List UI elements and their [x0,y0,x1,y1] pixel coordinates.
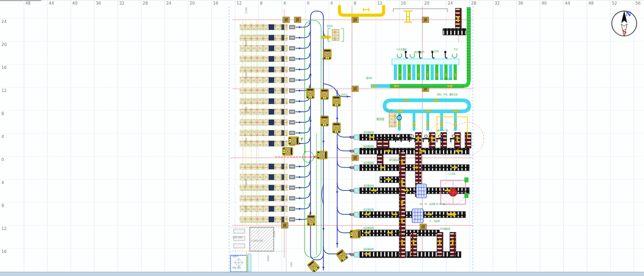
agv-vehicle[interactable] [333,123,340,133]
ruler-tick-label: 48 [25,1,30,6]
column-marker [294,17,301,23]
conveyor-line [360,148,469,154]
ruler-tick-label: 44 [49,1,54,6]
rack-row [240,195,295,201]
rack-row [240,174,295,180]
wrapping-machine [416,184,426,198]
rack-row [240,216,295,223]
ruler-tick-label: 48 [588,1,593,6]
agv-vehicle[interactable] [321,89,328,99]
ruler-tick-label: 4 [1,134,4,139]
agv-vehicle[interactable] [351,230,361,238]
rack-row [240,163,295,170]
ruler-tick-label: 28 [471,1,476,6]
ruler-tick-label: 16 [1,65,6,70]
ruler-tick-label: 12 [236,1,242,6]
ruler-tick-label: 56 [635,1,640,6]
ruler-tick-label: 36 [518,1,523,6]
ruler-tick-label: 36 [96,1,101,6]
workstation [422,135,430,142]
column-marker [282,223,288,228]
agv-vehicle[interactable] [321,116,328,126]
rack-row [240,45,295,52]
ruler-tick-label: 32 [119,1,124,6]
ruler-tick-label: 40 [72,1,77,6]
ruler-tick-label: 24 [448,1,453,6]
column-marker [352,155,358,161]
ruler-tick-label: 20 [1,42,6,47]
ruler-tick-label: 8 [1,203,4,208]
ruler-tick-label: 24 [166,1,171,6]
ruler-tick-label: 20 [424,1,429,6]
ruler-tick-label: 32 [494,1,500,6]
compass-south-label: S [622,29,627,35]
rack-row [240,66,295,73]
ruler-tick-label: 16 [401,1,406,6]
rack-row [240,34,295,41]
cad-canvas[interactable]: 4844403632282420161284048121620242832364… [0,0,644,276]
ruler-tick-label: 4 [1,180,4,185]
conveyor-lift [377,139,383,149]
ruler-tick-label: 16 [1,249,6,254]
agv-vehicle[interactable] [323,49,331,59]
ruler-tick-label: 12 [1,88,6,93]
ruler-tick-label: 44 [565,1,570,6]
column-marker [422,17,429,23]
column-marker [352,86,358,92]
ruler-tick-label: 8 [260,1,263,6]
layout-drawing [0,0,644,276]
ruler-tick-label: 20 [190,1,195,6]
ruler-tick-label: 52 [612,1,617,6]
column-marker [352,17,358,23]
rack-row [240,184,295,191]
agv-vehicle[interactable] [289,137,299,145]
conveyor-lift [377,154,383,165]
agv-vehicle[interactable] [306,88,314,98]
rack-row [240,130,295,136]
rack-row [240,109,295,115]
rack-row [240,98,295,104]
rack-row [240,24,295,30]
agv-vehicle[interactable] [336,249,348,262]
rack-row [240,87,295,94]
ruler-tick-label: 0 [307,1,310,6]
rack-row [240,206,295,212]
agv-vehicle[interactable] [307,215,315,225]
ruler-tick-label: 12 [1,226,6,231]
ruler-tick-label: 4 [330,1,333,6]
ruler-tick-label: 8 [1,111,4,116]
conveyor-lift [465,132,471,148]
column-marker [420,224,426,230]
rack-row [240,77,295,83]
column-marker [283,17,289,23]
wrapping-machine [412,209,423,223]
ruler-tick-label: 8 [354,1,356,6]
ruler-tick-label: 28 [143,1,148,6]
agv-vehicle[interactable] [317,151,328,159]
ruler-tick-label: 16 [213,1,218,6]
agv-vehicle[interactable] [307,260,320,273]
ruler-tick-label: 4 [283,1,286,6]
ruler-tick-label: 0 [1,157,4,162]
ruler-tick-label: 40 [541,1,546,6]
turntable-machine [441,180,466,204]
conveyor-lift [441,132,447,148]
agv-vehicle[interactable] [333,96,340,106]
agv-vehicle[interactable] [283,148,293,155]
compass-rose: N S [610,8,639,40]
ruler-tick-label: 12 [377,1,382,6]
ruler-tick-label: 24 [1,19,6,24]
rack-row [240,56,295,62]
rack-row [240,140,295,147]
conveyor-lift [383,139,389,149]
rack-row [240,119,295,126]
horizontal-scrollbar[interactable] [0,272,644,276]
compass-north-label: N [626,11,631,17]
